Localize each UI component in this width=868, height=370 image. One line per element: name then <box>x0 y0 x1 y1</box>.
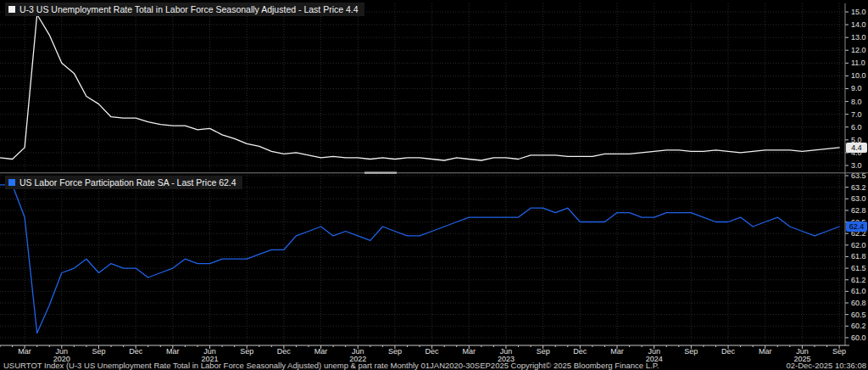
y-tick-label: 60.0 <box>851 334 866 342</box>
x-tick-label: Mar <box>759 347 772 356</box>
x-tick-label: Mar <box>610 347 624 356</box>
y-tick-label: 62.0 <box>851 241 866 249</box>
y-tick-label: 6.0 <box>851 123 862 132</box>
x-tick-label: Sep <box>684 347 698 356</box>
y-tick-label: 11.0 <box>851 59 865 67</box>
x-tick-label: Mar <box>314 347 328 356</box>
y-tick-label: 12.0 <box>851 46 866 54</box>
y-tick-label: 61.8 <box>851 252 866 261</box>
x-tick-label: Sep <box>537 347 550 356</box>
y-tick-label: 8.0 <box>851 98 862 106</box>
status-copyright: Copyright© 2025 Bloomberg Finance L.P. <box>511 361 659 370</box>
panel-divider <box>0 172 868 173</box>
y-tick-label: 63.2 <box>851 183 866 192</box>
y-tick-label: 7.0 <box>851 110 862 119</box>
panel-divider-handle <box>364 171 397 173</box>
status-timestamp: 02-Dec-2025 10:36:08 <box>786 361 866 370</box>
y-tick-label: 3.0 <box>851 161 862 170</box>
bloomberg-chart-window: 15.014.013.012.011.010.09.08.07.06.05.04… <box>0 0 868 370</box>
y-tick-label: 61.5 <box>851 264 866 272</box>
y-tick-label: 63.0 <box>851 194 866 203</box>
x-tick-label: Dec <box>277 347 292 356</box>
last-price-value: 4.4 <box>851 143 862 152</box>
y-tick-label: 9.0 <box>851 84 862 92</box>
y-tick-label: 60.5 <box>851 311 866 319</box>
y-tick-label: 60.8 <box>851 299 866 307</box>
legend-label-participation: US Labor Force Participation Rate SA - L… <box>19 177 236 188</box>
x-tick-label: Dec <box>573 347 587 356</box>
y-tick-label: 15.0 <box>851 8 866 16</box>
x-tick-label: Mar <box>18 347 31 356</box>
series-swatch-unemployment <box>8 6 15 13</box>
legend-unemployment[interactable]: U-3 US Unemployment Rate Total in Labor … <box>5 3 364 16</box>
y-tick-label: 61.2 <box>851 276 866 284</box>
legend-label-unemployment: U-3 US Unemployment Rate Total in Labor … <box>19 4 359 14</box>
last-price-value: 62.4 <box>849 222 865 231</box>
legend-participation[interactable]: US Labor Force Participation Rate SA - L… <box>5 176 242 189</box>
series-swatch-participation <box>8 179 15 186</box>
series-line-participation <box>0 185 839 334</box>
x-tick-label: Sep <box>388 347 402 356</box>
x-tick-label: Sep <box>240 347 253 356</box>
x-tick-label: Dec <box>129 347 143 356</box>
x-tick-label: Dec <box>426 347 440 356</box>
x-tick-label: Sep <box>92 347 105 356</box>
x-tick-label: Sep <box>832 347 846 356</box>
x-tick-label: Dec <box>721 347 736 356</box>
y-tick-label: 60.2 <box>851 322 866 330</box>
status-bar: USURTOT Index (U-3 US Unemployment Rate … <box>0 361 868 370</box>
x-tick-label: Mar <box>463 347 476 356</box>
y-tick-label: 14.0 <box>851 20 866 29</box>
y-tick-label: 10.0 <box>851 71 866 80</box>
x-tick-label: Mar <box>166 347 180 356</box>
series-line-unemployment <box>0 14 839 160</box>
y-tick-label: 13.0 <box>851 33 866 42</box>
status-ticker-description: USURTOT Index (U-3 US Unemployment Rate … <box>3 361 509 370</box>
y-tick-label: 61.0 <box>851 287 866 295</box>
y-tick-label: 62.8 <box>851 206 866 215</box>
